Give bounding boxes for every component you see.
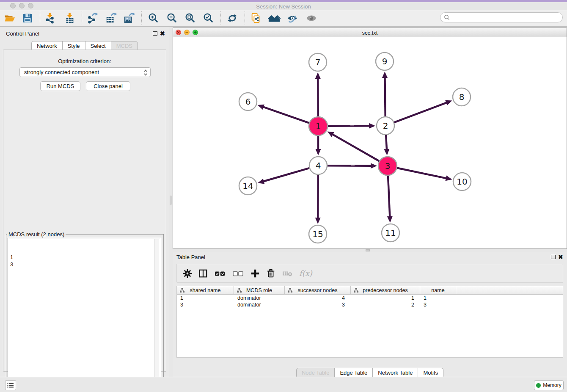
node-label-11: 11 <box>385 228 396 238</box>
node-label-8: 8 <box>459 92 465 102</box>
network-window-titlebar: scc.txt <box>173 28 567 37</box>
select-all-icon[interactable] <box>214 269 226 278</box>
edge-4-14[interactable] <box>263 168 309 182</box>
column-header-MCDS-role[interactable]: MCDS role <box>234 286 285 294</box>
cell-shared-name: 3 <box>177 301 234 308</box>
node-label-10: 10 <box>457 177 467 187</box>
mcds-tab-content: Optimization criterion: strongly connect… <box>3 50 166 372</box>
delete-column-icon[interactable] <box>266 269 275 278</box>
toolbar-separator <box>245 11 245 25</box>
import-table-icon[interactable] <box>63 11 77 25</box>
edge-arrowhead <box>382 72 388 78</box>
edge-arrowhead <box>387 216 393 223</box>
float-panel-icon[interactable] <box>153 31 157 36</box>
edge-2-8[interactable] <box>394 102 447 122</box>
new-network-from-selection-icon[interactable] <box>249 11 263 25</box>
edge-3-1[interactable] <box>332 134 379 161</box>
window-titlebar: Session: New Session <box>0 2 567 10</box>
cell-successor-nodes: 4 <box>285 295 351 301</box>
column-header-name[interactable]: name <box>420 286 456 294</box>
edge-1-2[interactable] <box>328 126 370 126</box>
table-settings-icon[interactable] <box>183 269 192 278</box>
edge-arrowhead <box>384 149 389 155</box>
node-label-4: 4 <box>316 160 321 171</box>
edge-arrowhead <box>315 72 321 79</box>
edge-2-9[interactable] <box>385 77 385 116</box>
node-label-15: 15 <box>312 229 323 239</box>
node-label-6: 6 <box>245 97 251 107</box>
float-table-panel-icon[interactable] <box>551 255 556 259</box>
edge-2-3[interactable] <box>386 135 387 150</box>
control-panel: Control Panel ✖ NetworkStyleSelectMCDS O… <box>0 27 169 377</box>
mcds-result-text[interactable]: 1 3 <box>8 238 161 392</box>
deselect-all-icon[interactable] <box>232 269 244 278</box>
save-session-icon[interactable] <box>20 11 35 25</box>
memory-button[interactable]: Memory <box>534 380 564 390</box>
node-table[interactable]: shared nameMCDS rolesuccessor nodesprede… <box>176 286 563 358</box>
edge-arrowhead <box>445 176 452 181</box>
horizontal-splitter-handle[interactable] <box>366 249 370 251</box>
close-table-panel-icon[interactable]: ✖ <box>558 254 563 260</box>
cell-name: 1 <box>420 295 456 301</box>
apply-layout-icon[interactable] <box>225 11 239 25</box>
column-header-shared-name[interactable]: shared name <box>177 286 234 294</box>
show-all-icon[interactable] <box>304 11 319 25</box>
task-history-button[interactable] <box>5 380 16 390</box>
edge-arrowhead <box>369 123 375 129</box>
table-toolbar: f(x) <box>176 264 563 283</box>
cell-MCDS-role: dominator <box>234 301 285 308</box>
network-canvas[interactable]: 1234678910111415 <box>173 37 567 249</box>
node-label-14: 14 <box>242 181 253 191</box>
edge-arrowhead <box>371 163 377 168</box>
table-row[interactable]: 1dominator411 <box>177 295 563 301</box>
vertical-splitter-handle[interactable] <box>170 196 172 205</box>
table-row[interactable]: 3dominator323 <box>177 301 563 308</box>
search-input[interactable] <box>440 12 563 22</box>
edge-1-7[interactable] <box>318 78 318 116</box>
result-scrollbar[interactable] <box>154 239 159 392</box>
function-builder-icon: f(x) <box>299 269 312 278</box>
zoom-out-icon[interactable] <box>165 11 179 25</box>
mcds-result-lines: 1 3 <box>10 254 154 268</box>
toolbar-separator <box>40 11 40 25</box>
node-label-1: 1 <box>316 121 321 131</box>
toolbar-separator <box>220 11 221 25</box>
hide-selected-icon[interactable] <box>285 11 300 25</box>
first-neighbors-icon[interactable] <box>267 11 281 25</box>
cell-MCDS-role: dominator <box>234 295 285 301</box>
export-table-icon[interactable] <box>104 11 118 25</box>
close-panel-button[interactable]: Close panel <box>86 81 130 91</box>
column-visibility-icon[interactable] <box>198 269 208 278</box>
node-label-2: 2 <box>383 121 388 131</box>
cell-predecessor-nodes: 1 <box>351 295 420 301</box>
open-file-icon[interactable] <box>3 11 17 25</box>
close-panel-icon[interactable]: ✖ <box>160 30 165 37</box>
optimization-criterion-select[interactable]: strongly connected component <box>19 67 151 77</box>
network-view-window: scc.txt 1234678910111415 <box>173 28 567 249</box>
edge-3-10[interactable] <box>397 168 447 179</box>
delete-table-icon <box>282 269 293 278</box>
import-network-icon[interactable] <box>43 11 57 25</box>
edge-1-6[interactable] <box>263 107 309 123</box>
add-column-icon[interactable] <box>250 269 260 278</box>
optimization-criterion-value: strongly connected component <box>24 69 99 75</box>
export-image-icon[interactable] <box>122 11 136 25</box>
export-network-icon[interactable] <box>85 11 99 25</box>
table-panel: Table Panel ✖ f(x) shared nameMCDS roles… <box>173 252 567 377</box>
column-header-successor-nodes[interactable]: successor nodes <box>285 286 351 294</box>
run-mcds-button[interactable]: Run MCDS <box>40 81 80 91</box>
status-bar: Memory <box>0 377 567 392</box>
edge-arrowhead <box>445 100 452 105</box>
edge-4-3[interactable] <box>328 166 372 166</box>
zoom-fit-icon[interactable] <box>183 11 197 25</box>
main-toolbar <box>0 10 567 27</box>
node-table-body: 1dominator4113dominator323 <box>177 295 563 308</box>
cell-shared-name: 1 <box>177 295 234 301</box>
edge-3-11[interactable] <box>388 176 390 217</box>
column-header-predecessor-nodes[interactable]: predecessor nodes <box>351 286 420 294</box>
edge-label-mark <box>350 125 354 126</box>
zoom-selected-icon[interactable] <box>201 11 215 25</box>
mcds-result-title: MCDS result (2 nodes) <box>7 231 66 237</box>
zoom-in-icon[interactable] <box>146 11 160 25</box>
edge-4-15[interactable] <box>318 175 318 218</box>
